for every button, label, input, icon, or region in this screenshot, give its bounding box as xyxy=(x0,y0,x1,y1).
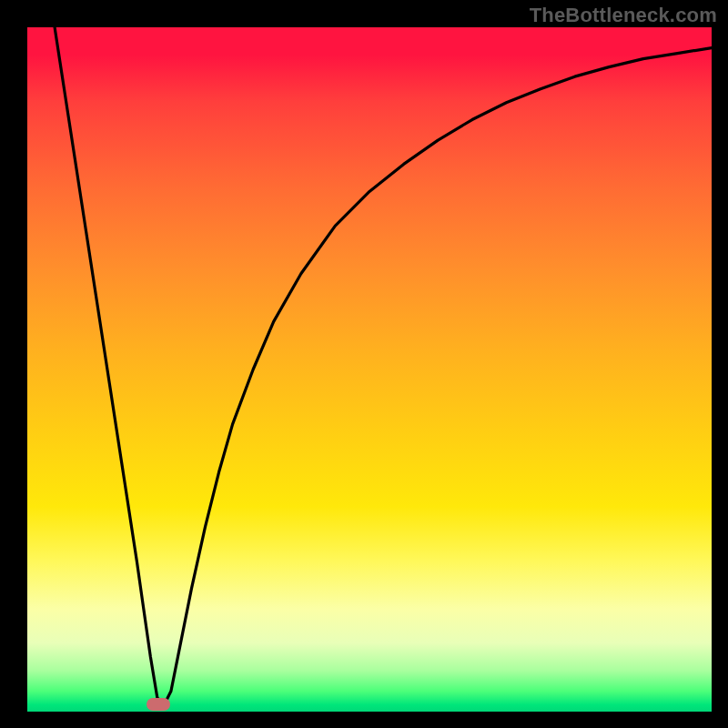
bottleneck-curve xyxy=(27,27,712,712)
minimum-marker xyxy=(147,698,170,711)
chart-frame: TheBottleneck.com xyxy=(0,0,728,728)
watermark-text: TheBottleneck.com xyxy=(530,4,717,27)
